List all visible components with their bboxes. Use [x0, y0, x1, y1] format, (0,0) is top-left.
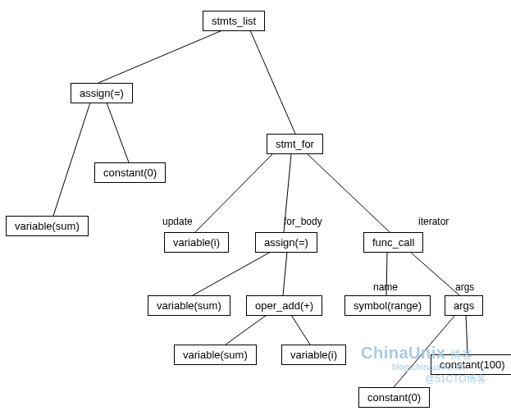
svg-line-9	[226, 315, 267, 345]
svg-line-0	[98, 30, 222, 83]
node-constant-100: constant(100)	[431, 354, 511, 375]
edge-label-iterator: iterator	[418, 216, 449, 227]
edge-label-args: args	[455, 281, 474, 293]
node-func-call: func_call	[363, 232, 423, 253]
node-oper-add: oper_add(+)	[246, 295, 322, 316]
node-variable-i-2: variable(i)	[281, 345, 346, 365]
svg-line-3	[53, 103, 90, 216]
node-variable-sum-2: variable(sum)	[148, 295, 230, 316]
svg-line-7	[193, 252, 271, 295]
node-symbol-range: symbol(range)	[344, 295, 431, 316]
node-stmt-for: stmt_for	[267, 134, 323, 154]
edge-label-for-body: for_body	[284, 216, 322, 227]
svg-line-14	[466, 315, 468, 354]
node-assign-1: assign(=)	[71, 83, 133, 103]
svg-line-2	[107, 103, 129, 162]
node-args: args	[445, 295, 483, 316]
node-constant-0-a: constant(0)	[94, 162, 166, 183]
svg-line-13	[394, 315, 455, 387]
node-stmts-list: stmts_list	[203, 11, 265, 31]
svg-line-4	[195, 154, 272, 232]
edge-label-update: update	[162, 216, 193, 227]
node-constant-0-b: constant(0)	[358, 387, 430, 408]
svg-line-1	[250, 30, 295, 134]
edge-label-name: name	[373, 281, 398, 293]
node-assign-2: assign(=)	[255, 232, 317, 253]
svg-line-10	[291, 315, 310, 345]
svg-line-12	[410, 252, 459, 295]
node-variable-sum-1: variable(sum)	[6, 216, 89, 236]
svg-line-8	[283, 252, 287, 295]
node-variable-i-1: variable(i)	[164, 232, 229, 253]
node-variable-sum-3: variable(sum)	[174, 345, 257, 365]
